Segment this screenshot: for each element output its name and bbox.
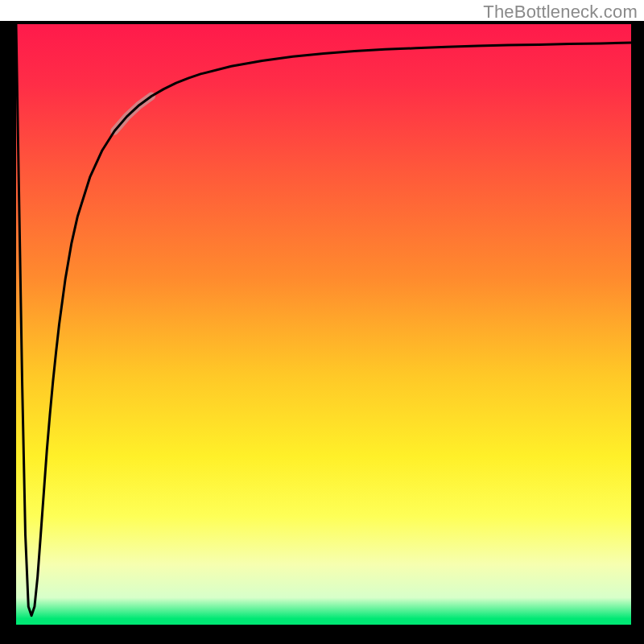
chart-stage: { "watermark": "TheBottleneck.com", "col… bbox=[0, 0, 644, 644]
plot-background bbox=[16, 24, 631, 625]
chart-svg bbox=[0, 0, 644, 644]
watermark-text: TheBottleneck.com bbox=[483, 2, 638, 23]
